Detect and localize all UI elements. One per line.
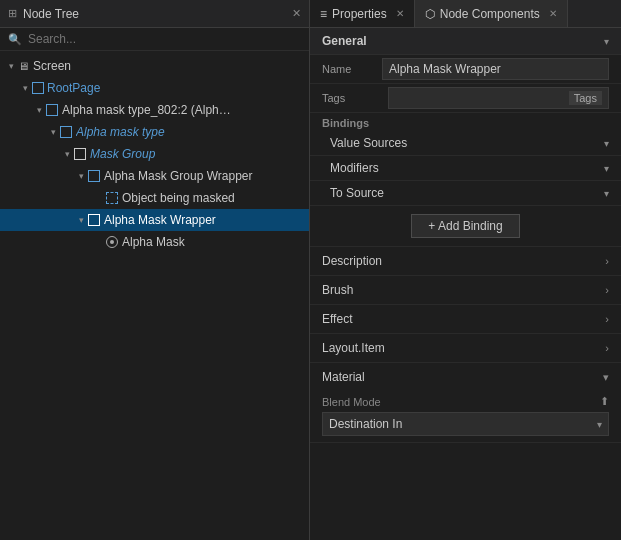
add-binding-row: + Add Binding <box>310 206 621 247</box>
brush-chevron-icon: › <box>605 284 609 296</box>
tab-node-components[interactable]: ⬡ Node Components ✕ <box>415 0 568 27</box>
tags-row: Tags Tags <box>310 84 621 113</box>
node-tree-header: ⊞ Node Tree ✕ <box>0 0 309 28</box>
tree-item-alpha-mask-type[interactable]: ▾ Alpha mask type <box>0 121 309 143</box>
brush-title: Brush <box>322 283 353 297</box>
search-input[interactable] <box>28 32 301 46</box>
blend-mode-label: Blend Mode <box>322 396 381 408</box>
sq-blue-icon <box>60 126 72 138</box>
binding-arrow-icon: ▾ <box>604 188 609 199</box>
description-header[interactable]: Description › <box>310 247 621 275</box>
expand-arrow: ▾ <box>4 61 18 71</box>
general-title: General <box>322 34 367 48</box>
sq-blue-icon <box>46 104 58 116</box>
tags-label: Tags <box>322 92 382 104</box>
binding-value-sources[interactable]: Value Sources ▾ <box>310 131 621 156</box>
tree-item-label: Alpha mask type <box>76 125 165 139</box>
tags-button[interactable]: Tags <box>569 91 602 105</box>
tree-container: ▾ 🖥 Screen ▾ RootPage ▾ Alpha mask type_… <box>0 51 309 540</box>
right-panel: ≡ Properties ✕ ⬡ Node Components ✕ Gener… <box>310 0 621 540</box>
properties-close-icon[interactable]: ✕ <box>396 8 404 19</box>
blend-dropdown-arrow-icon: ▾ <box>597 419 602 430</box>
blend-dropdown-row: Destination In ▾ <box>310 410 621 442</box>
blend-dropdown[interactable]: Destination In ▾ <box>322 412 609 436</box>
properties-icon: ≡ <box>320 7 327 21</box>
description-title: Description <box>322 254 382 268</box>
tree-item-label: Alpha Mask <box>122 235 185 249</box>
brush-header[interactable]: Brush › <box>310 276 621 304</box>
node-components-close-icon[interactable]: ✕ <box>549 8 557 19</box>
search-bar: 🔍 <box>0 28 309 51</box>
layout-item-section: Layout.Item › <box>310 334 621 363</box>
binding-label: Value Sources <box>330 136 407 150</box>
tree-item-screen[interactable]: ▾ 🖥 Screen <box>0 55 309 77</box>
binding-to-source[interactable]: To Source ▾ <box>310 181 621 206</box>
general-section-header[interactable]: General ▾ <box>310 28 621 55</box>
description-section: Description › <box>310 247 621 276</box>
layout-item-header[interactable]: Layout.Item › <box>310 334 621 362</box>
expand-arrow: ▾ <box>18 83 32 93</box>
tags-box[interactable]: Tags <box>388 87 609 109</box>
sq-dashed-icon <box>106 192 118 204</box>
binding-arrow-icon: ▾ <box>604 138 609 149</box>
tab-properties[interactable]: ≡ Properties ✕ <box>310 0 415 27</box>
tree-item-alpha-mask-type-802[interactable]: ▾ Alpha mask type_802:2 (Alpha mask type… <box>0 99 309 121</box>
tree-item-alpha-mask[interactable]: Alpha Mask <box>0 231 309 253</box>
tree-item-label: Screen <box>33 59 71 73</box>
material-header[interactable]: Material ▾ <box>310 363 621 391</box>
tree-item-label: Object being masked <box>122 191 235 205</box>
effect-section: Effect › <box>310 305 621 334</box>
description-chevron-icon: › <box>605 255 609 267</box>
node-tree-title: Node Tree <box>23 7 79 21</box>
general-chevron-icon: ▾ <box>604 36 609 47</box>
right-tab-bar: ≡ Properties ✕ ⬡ Node Components ✕ <box>310 0 621 28</box>
monitor-icon: 🖥 <box>18 60 29 72</box>
node-tree-icon: ⊞ <box>8 7 17 20</box>
binding-label: Modifiers <box>330 161 379 175</box>
effect-chevron-icon: › <box>605 313 609 325</box>
tree-item-label: Alpha Mask Group Wrapper <box>104 169 253 183</box>
tree-item-label: Mask Group <box>90 147 155 161</box>
binding-label: To Source <box>330 186 384 200</box>
tree-item-mask-group[interactable]: ▾ Mask Group <box>0 143 309 165</box>
expand-arrow: ▾ <box>46 127 60 137</box>
node-tree-close-icon[interactable]: ✕ <box>292 7 301 20</box>
blend-mode-label-row: Blend Mode ⬆ <box>310 391 621 410</box>
sq-white-icon <box>88 214 100 226</box>
sq-white-icon <box>74 148 86 160</box>
layout-item-title: Layout.Item <box>322 341 385 355</box>
effect-header[interactable]: Effect › <box>310 305 621 333</box>
node-components-icon: ⬡ <box>425 7 435 21</box>
dot-circle-icon <box>106 236 118 248</box>
tree-item-label: Alpha Mask Wrapper <box>104 213 216 227</box>
material-chevron-icon: ▾ <box>603 371 609 384</box>
name-row: Name Alpha Mask Wrapper <box>310 55 621 84</box>
binding-modifiers[interactable]: Modifiers ▾ <box>310 156 621 181</box>
brush-section: Brush › <box>310 276 621 305</box>
layout-item-chevron-icon: › <box>605 342 609 354</box>
tree-item-alpha-mask-group-wrapper[interactable]: ▾ Alpha Mask Group Wrapper <box>0 165 309 187</box>
effect-title: Effect <box>322 312 352 326</box>
binding-arrow-icon: ▾ <box>604 163 609 174</box>
tab-node-components-label: Node Components <box>440 7 540 21</box>
tree-item-object-being-masked[interactable]: Object being masked <box>0 187 309 209</box>
expand-arrow: ▾ <box>74 215 88 225</box>
page-icon <box>32 82 44 94</box>
sq-blue-icon <box>88 170 100 182</box>
add-binding-button[interactable]: + Add Binding <box>411 214 519 238</box>
properties-content: General ▾ Name Alpha Mask Wrapper Tags T… <box>310 28 621 540</box>
blend-mode-value: Destination In <box>329 417 402 431</box>
expand-arrow: ▾ <box>60 149 74 159</box>
tree-item-label: Alpha mask type_802:2 (Alpha mask type.. <box>62 103 232 117</box>
material-section: Material ▾ Blend Mode ⬆ Destination In ▾ <box>310 363 621 443</box>
upload-icon[interactable]: ⬆ <box>600 395 609 408</box>
name-value[interactable]: Alpha Mask Wrapper <box>382 58 609 80</box>
name-label: Name <box>322 63 382 75</box>
tree-item-rootpage[interactable]: ▾ RootPage <box>0 77 309 99</box>
tree-item-alpha-mask-wrapper[interactable]: ▾ Alpha Mask Wrapper <box>0 209 309 231</box>
node-tree-panel: ⊞ Node Tree ✕ 🔍 ▾ 🖥 Screen ▾ RootPage <box>0 0 310 540</box>
expand-arrow: ▾ <box>74 171 88 181</box>
name-value-text: Alpha Mask Wrapper <box>389 62 501 76</box>
expand-arrow: ▾ <box>32 105 46 115</box>
bindings-label: Bindings <box>310 113 621 131</box>
